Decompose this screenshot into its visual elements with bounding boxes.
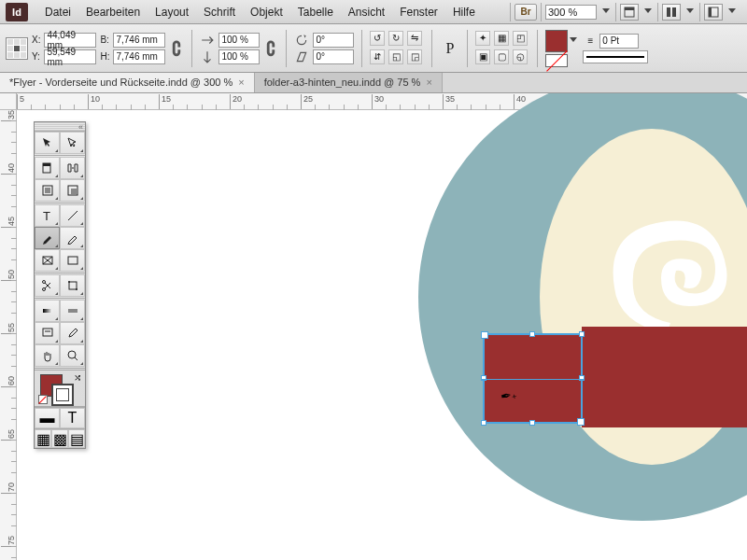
app-logo: Id (6, 3, 28, 21)
paragraph-style-icon[interactable]: P (440, 40, 459, 57)
work-area: 51015202530354045505560 3540455055606570… (0, 93, 747, 560)
svg-rect-3 (672, 7, 676, 17)
rectangle-frame-tool[interactable] (35, 249, 60, 272)
svg-line-13 (68, 211, 78, 220)
line-tool[interactable] (60, 204, 85, 227)
rotate-cw-icon[interactable]: ↻ (388, 31, 403, 46)
document-tab[interactable]: folder-a3-hinten_neu.indd @ 75 %× (255, 72, 443, 92)
ruler-corner[interactable] (0, 93, 17, 110)
menu-layout[interactable]: Layout (148, 6, 196, 19)
apply-color-icon[interactable]: ▬ (35, 408, 60, 428)
gap-tool[interactable] (60, 157, 85, 179)
stroke-color[interactable] (51, 384, 74, 406)
menu-hilfe[interactable]: Hilfe (445, 6, 483, 19)
constrain-scale-icon[interactable] (263, 41, 278, 56)
zoom-tool[interactable] (60, 344, 85, 367)
flip-rotate-buttons[interactable]: ↺ ↻ ⇋ ⇵ ◱ ◲ (370, 31, 424, 66)
panel-grip[interactable]: « (35, 122, 85, 132)
fit-icon[interactable]: ▣ (475, 49, 490, 64)
width-input[interactable]: 7,746 mm (113, 33, 165, 48)
stroke-weight-input[interactable]: 0 Pt (599, 34, 639, 49)
arrange-documents-button[interactable] (662, 4, 681, 21)
stroke-style-select[interactable] (583, 50, 648, 63)
drop-icon[interactable]: ◵ (513, 49, 528, 64)
default-fill-stroke-icon[interactable] (38, 395, 48, 404)
shear-icon (294, 49, 309, 64)
effects-icon[interactable]: ✦ (475, 31, 490, 46)
select-container-icon[interactable]: ◱ (388, 49, 403, 64)
reference-point[interactable] (6, 37, 28, 60)
scale-y-input[interactable]: 100 % (218, 49, 260, 64)
svg-point-18 (42, 281, 45, 284)
rotate-input[interactable]: 0° (313, 33, 354, 48)
gradient-swatch-tool[interactable] (35, 300, 60, 322)
scale-x-input[interactable]: 100 % (218, 33, 260, 48)
height-input[interactable]: 7,746 mm (113, 49, 165, 64)
screen-mode-button[interactable] (620, 4, 639, 21)
hand-tool[interactable] (35, 344, 60, 367)
stroke-swatch[interactable] (545, 54, 568, 67)
red-rectangle-selected[interactable] (484, 334, 582, 423)
corner-icon[interactable]: ◰ (513, 31, 528, 46)
menu-tabelle[interactable]: Tabelle (290, 6, 341, 19)
menu-schrift[interactable]: Schrift (196, 6, 243, 19)
note-tool[interactable] (35, 322, 60, 344)
type-tool[interactable]: T (35, 204, 60, 227)
bridge-button[interactable]: Br (514, 4, 537, 21)
menu-bearbeiten[interactable]: Bearbeiten (78, 6, 148, 19)
menu-ansicht[interactable]: Ansicht (341, 6, 392, 19)
center-icon[interactable]: ▢ (494, 49, 509, 64)
direct-selection-tool[interactable] (60, 132, 85, 154)
pen-tool[interactable] (35, 227, 60, 249)
select-content-icon[interactable]: ◲ (407, 49, 422, 64)
workspace-button[interactable] (704, 4, 723, 21)
free-transform-tool[interactable] (60, 274, 85, 297)
svg-point-27 (68, 351, 76, 358)
presentation-mode-icon[interactable]: ▤ (68, 429, 85, 448)
svg-line-28 (75, 357, 78, 360)
eyedropper-tool[interactable] (60, 322, 85, 344)
close-tab-icon[interactable]: × (238, 77, 244, 88)
content-placer-tool[interactable] (60, 179, 85, 202)
document-tab[interactable]: *Flyer - Vorderseite und Rückseite.indd … (0, 72, 255, 92)
stroke-weight-icon: ≡ (583, 34, 598, 49)
menu-fenster[interactable]: Fenster (392, 6, 445, 19)
fill-swatch[interactable] (545, 30, 568, 52)
apply-type-icon[interactable]: T (60, 408, 85, 428)
selection-tool[interactable] (35, 132, 60, 154)
wrap-icon[interactable]: ▦ (494, 31, 509, 46)
svg-rect-7 (43, 163, 50, 166)
flip-v-icon[interactable]: ⇵ (370, 49, 385, 64)
x-input[interactable]: 44,049 mm (44, 33, 96, 48)
rotate-ccw-icon[interactable]: ↺ (370, 31, 385, 46)
preview-mode-icon[interactable]: ▩ (51, 429, 68, 448)
align-buttons[interactable]: ✦ ▦ ◰ ▣ ▢ ◵ (475, 31, 529, 66)
y-input[interactable]: 59,549 mm (44, 49, 96, 64)
menu-objekt[interactable]: Objekt (243, 6, 290, 19)
shear-input[interactable]: 0° (313, 49, 354, 64)
svg-point-19 (42, 288, 45, 291)
gradient-feather-tool[interactable] (60, 300, 85, 322)
tools-panel[interactable]: « T ⤭ ▬ T ▦ ▩ ▤ (34, 121, 86, 449)
canvas[interactable]: ✒+ (17, 110, 747, 560)
constrain-wh-icon[interactable] (169, 41, 184, 56)
menu-datei[interactable]: Datei (37, 6, 78, 19)
zoom-select[interactable]: 300 % (545, 5, 597, 20)
red-rectangle-large[interactable] (582, 327, 747, 427)
svg-point-21 (68, 281, 70, 283)
flip-h-icon[interactable]: ⇋ (407, 31, 422, 46)
scissors-tool[interactable] (35, 274, 60, 297)
fill-stroke-control[interactable]: ⤭ (35, 370, 85, 407)
close-tab-icon[interactable]: × (426, 77, 431, 88)
content-grabber-tool[interactable] (35, 179, 60, 202)
menubar: Id DateiBearbeitenLayoutSchriftObjektTab… (0, 0, 747, 24)
pencil-tool[interactable] (60, 227, 85, 249)
page-tool[interactable] (35, 157, 60, 179)
pen-cursor-icon: ✒+ (500, 387, 518, 405)
swap-fill-stroke-icon[interactable]: ⤭ (74, 372, 81, 383)
normal-mode-icon[interactable]: ▦ (35, 429, 51, 448)
rectangle-tool[interactable] (60, 249, 85, 272)
vertical-ruler[interactable]: 354045505560657075 (0, 110, 17, 560)
scale-x-icon (200, 33, 215, 48)
svg-rect-1 (625, 7, 634, 10)
